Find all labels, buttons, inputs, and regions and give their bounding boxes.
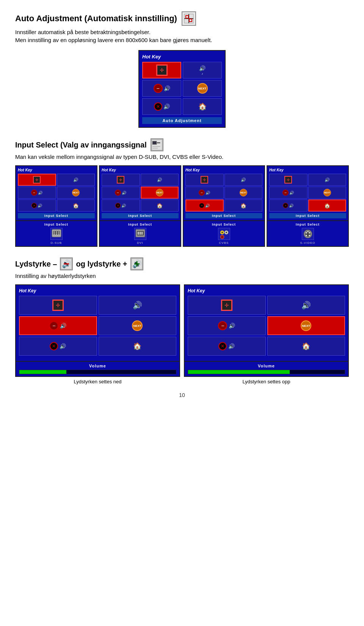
panel-sub-dvi: Input Select DVI: [99, 221, 181, 247]
volume-plus-icon: 🔊: [130, 257, 143, 270]
minus-sm-svideo: −: [282, 190, 289, 196]
svg-rect-20: [138, 232, 139, 235]
panel-sub-label-cvbs: Input Select: [212, 223, 236, 226]
input-select-panel-svideo: Hot Key ✛ 🔊 − 🔊 NEXT: [267, 165, 349, 247]
svideo-port-svg: [303, 228, 313, 240]
speaker-vol-up-mid: 🔊: [229, 323, 235, 329]
speaker-top-icon: 🔊: [199, 65, 206, 71]
panel-sub-icon-cvbs: [218, 228, 230, 240]
lighthouse-icon: 🏠: [198, 102, 207, 111]
vol-up-cell-x: ✕ 🔊: [188, 337, 266, 356]
x-btn-vol-down: ✕: [50, 342, 58, 350]
volume-up-panel-wrap: Hot Key ✛ 🔊 − 🔊 NEXT: [184, 284, 349, 384]
hotkey-cell-lighthouse: 🏠: [183, 98, 222, 115]
svg-point-33: [306, 235, 307, 236]
x-btn-icon: ✕: [154, 102, 162, 111]
x-sm-dvi: ✕: [115, 203, 121, 208]
volume-section: Lydstyrke – 🔊 og lydstyrke + 🔊 Innstilli…: [15, 257, 349, 384]
next-sm-dsub: NEXT: [72, 189, 80, 196]
volume-down-bottom-label: Volume: [19, 364, 176, 368]
hk-cell-svideo-x: ✕ 🔊: [269, 199, 308, 212]
auto-adjustment-subtitle1: Innstiller automatisk på beste betraktni…: [15, 29, 349, 35]
hk-cell-cvbs-speaker-top: 🔊: [224, 174, 263, 186]
svg-point-17: [58, 234, 59, 235]
volume-up-grid: ✛ 🔊 − 🔊 NEXT: [188, 296, 345, 356]
next-circle-vol-down: NEXT: [132, 320, 143, 331]
crosshair-cell-icon: ✛: [156, 64, 168, 76]
crosshair-sm-dvi: ✛: [117, 176, 124, 184]
minus-sm-cvbs: −: [199, 190, 205, 196]
vol-down-cell-x: ✕ 🔊: [19, 337, 97, 356]
hotkey-label-cvbs: Hot Key: [185, 168, 262, 172]
hk-cell-svideo-minus: − 🔊: [269, 187, 308, 199]
hk-cell-dvi-lighthouse: 🏠: [141, 199, 179, 212]
volume-up-hotkey-label: Hot Key: [188, 288, 345, 293]
svg-point-12: [53, 232, 55, 233]
svg-point-26: [226, 232, 227, 233]
auto-adjustment-title: Auto Adjustment (Automatisk innstilling): [15, 14, 177, 24]
volume-down-panel-wrap: Hot Key ✛ 🔊 − 🔊 NEXT: [15, 284, 180, 384]
hotkey-cell-speaker-top: 🔊 ♪: [183, 62, 222, 78]
volume-title-plus: og lydstyrke +: [76, 260, 127, 268]
lighthouse-vol-up: 🏠: [302, 342, 310, 350]
hotkey-cell-minus-speaker: − 🔊: [142, 80, 181, 97]
crosshair-svg-icon: [184, 13, 194, 24]
panel-port-label-dvi: DVI: [137, 241, 143, 245]
hk-cell-dsub-x: ✕ 🔊: [18, 199, 56, 212]
hk-cell-dsub-crosshair: ✛: [18, 174, 56, 186]
x-btn-vol-up: ✕: [218, 342, 227, 350]
hotkey-grid-svideo: ✛ 🔊 − 🔊 NEXT: [269, 174, 346, 212]
x-sm-cvbs: ✕: [199, 203, 204, 208]
hotkey-bottom-dsub: Input Select: [18, 213, 95, 218]
minus-sm-dvi: −: [115, 190, 121, 196]
svg-point-15: [53, 234, 55, 235]
hk-cell-cvbs-lighthouse: 🏠: [224, 199, 263, 212]
speaker-vol-up-top: 🔊: [301, 301, 311, 310]
hotkey-label-dvi: Hot Key: [102, 168, 179, 172]
input-select-subtitle: Man kan veksle mellom inngangssignal av …: [15, 154, 349, 160]
speaker-top-label: ♪: [202, 72, 203, 75]
volume-down-hotkey-label: Hot Key: [19, 288, 176, 293]
plus-speaker-svg: 🔊: [131, 258, 143, 270]
vol-up-cell-next: NEXT: [267, 316, 345, 335]
hotkey-panel-dvi: Hot Key ✛ 🔊 − 🔊 NEXT: [99, 165, 181, 221]
volume-down-hotkey-panel: Hot Key ✛ 🔊 − 🔊 NEXT: [15, 284, 180, 362]
minus-btn-vol-down: −: [49, 321, 58, 330]
input-select-panel-dsub: Hot Key ✛ 🔊 − 🔊 NEXT: [15, 165, 97, 247]
hotkey-bottom-dvi: Input Select: [102, 213, 179, 218]
panel-sub-icon-svideo: [302, 228, 314, 240]
panel-sub-icon-dsub: [50, 228, 63, 240]
hotkey-bottom-svideo: Input Select: [269, 213, 346, 218]
volume-down-bar: [19, 370, 66, 374]
crosshair-vol-down: ✛: [52, 300, 64, 311]
next-circle-vol-up: NEXT: [301, 320, 311, 331]
speaker-vol-down-bot: 🔊: [60, 343, 66, 349]
speaker-vol-down-mid: 🔊: [60, 323, 66, 329]
hotkey-grid-dsub: ✛ 🔊 − 🔊 NEXT: [18, 174, 95, 212]
vol-down-cell-speaker-top: 🔊: [99, 296, 177, 315]
speaker-dsub-bot: 🔊: [38, 204, 42, 208]
hk-cell-dvi-x: ✕ 🔊: [102, 199, 140, 212]
hotkey-cell-crosshair: ✛: [142, 62, 181, 78]
svg-rect-6: [152, 141, 157, 144]
vol-up-cell-speaker-top: 🔊: [267, 296, 345, 315]
hk-cell-cvbs-x: ✕ 🔊: [185, 199, 224, 212]
vol-up-cell-lighthouse: 🏠: [267, 337, 345, 356]
vol-down-cell-lighthouse: 🏠: [99, 337, 177, 356]
page-number: 10: [15, 392, 349, 398]
speaker-dvi-top: 🔊: [157, 177, 162, 182]
auto-adjustment-icon: [182, 11, 196, 26]
auto-adjustment-title-row: Auto Adjustment (Automatisk innstilling): [15, 11, 349, 26]
input-select-panel-cvbs: Hot Key ✛ 🔊 − 🔊 NEXT: [183, 165, 265, 247]
volume-up-bar-container: [188, 370, 345, 374]
x-sm-dsub: ✕: [31, 203, 37, 208]
vol-up-cell-crosshair: ✛: [188, 296, 266, 315]
hotkey-cell-x-speaker: ✕ 🔊: [142, 98, 181, 115]
crosshair-vol-up: ✛: [221, 300, 232, 311]
panel-port-label-cvbs: CVBS: [219, 241, 229, 245]
hotkey-label-dsub: Hot Key: [18, 168, 95, 172]
volume-subtitle: Innstilling av høyttalerlydstyrken: [15, 273, 349, 279]
hk-cell-svideo-lighthouse: 🏠: [308, 199, 347, 212]
cvbs-port-svg: [219, 228, 229, 240]
input-select-svg-icon: [151, 139, 163, 151]
